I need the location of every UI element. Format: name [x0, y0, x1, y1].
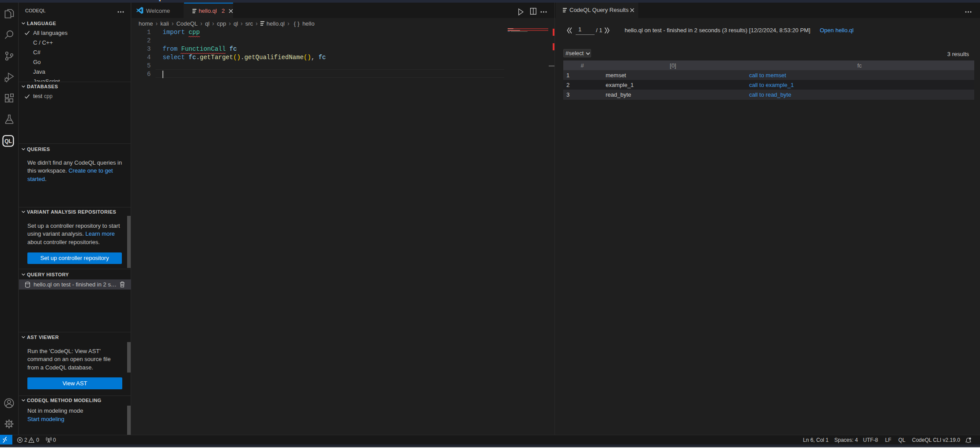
svg-text:QL: QL — [4, 138, 12, 144]
